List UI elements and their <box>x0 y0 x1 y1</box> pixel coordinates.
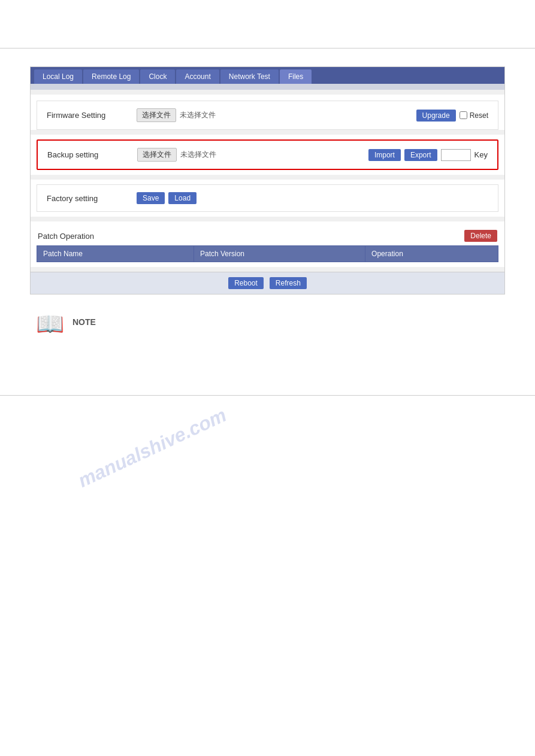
note-section: 📖 NOTE <box>30 312 505 335</box>
main-panel: Local Log Remote Log Clock Account Netwo… <box>30 66 505 294</box>
spacer-1 <box>31 90 504 95</box>
patch-col-version: Patch Version <box>194 246 365 262</box>
firmware-upgrade-btn[interactable]: Upgrade <box>416 110 456 122</box>
patch-wrapper: Patch Operation Delete Patch Name Patch … <box>31 221 504 267</box>
backup-export-btn[interactable]: Export <box>404 149 437 161</box>
firmware-file-placeholder: 未选择文件 <box>180 110 216 120</box>
firmware-row: Firmware Setting 选择文件 未选择文件 Upgrade Rese… <box>37 101 498 130</box>
backup-key-input[interactable] <box>441 149 471 161</box>
factory-wrapper: Factory setting Save Load <box>31 180 504 217</box>
firmware-file-btn[interactable]: 选择文件 <box>137 108 176 122</box>
backup-file-placeholder: 未选择文件 <box>180 150 216 160</box>
tab-remote-log[interactable]: Remote Log <box>83 69 139 84</box>
patch-header-row: Patch Operation Delete <box>37 226 498 245</box>
refresh-btn[interactable]: Refresh <box>270 277 307 289</box>
factory-label: Factory setting <box>47 194 131 203</box>
tab-local-log[interactable]: Local Log <box>34 69 82 84</box>
tab-network-test[interactable]: Network Test <box>220 69 279 84</box>
tab-files[interactable]: Files <box>280 69 312 84</box>
patch-table-header: Patch Name Patch Version Operation <box>37 246 498 262</box>
factory-load-btn[interactable]: Load <box>168 192 197 204</box>
backup-import-btn[interactable]: Import <box>368 149 401 161</box>
factory-row: Factory setting Save Load <box>37 184 498 212</box>
tab-sub-bar <box>31 84 504 90</box>
factory-save-btn[interactable]: Save <box>137 192 165 204</box>
spacer-5 <box>31 267 504 272</box>
backup-key-label: Key <box>474 150 488 159</box>
note-book-icon: 📖 <box>36 312 64 335</box>
backup-row: Backup setting 选择文件 未选择文件 Import Export … <box>37 139 498 170</box>
firmware-reset-group: Reset <box>460 111 488 120</box>
patch-table: Patch Name Patch Version Operation <box>37 245 498 262</box>
backup-file-btn[interactable]: 选择文件 <box>137 148 177 162</box>
backup-controls: 选择文件 未选择文件 Import Export Key <box>137 148 488 162</box>
tab-clock[interactable]: Clock <box>140 69 175 84</box>
tab-account[interactable]: Account <box>176 69 219 84</box>
bottom-action-row: Reboot Refresh <box>31 272 504 294</box>
patch-delete-btn[interactable]: Delete <box>464 230 497 242</box>
factory-controls: Save Load <box>137 192 488 204</box>
firmware-label: Firmware Setting <box>47 111 131 120</box>
bottom-divider <box>0 395 535 396</box>
firmware-wrapper: Firmware Setting 选择文件 未选择文件 Upgrade Rese… <box>31 95 504 130</box>
spacer-4 <box>31 217 504 221</box>
patch-col-operation: Operation <box>365 246 498 262</box>
patch-col-name: Patch Name <box>37 246 194 262</box>
reboot-btn[interactable]: Reboot <box>228 277 264 289</box>
spacer-2 <box>31 130 504 135</box>
firmware-reset-checkbox[interactable] <box>460 111 467 119</box>
firmware-reset-label: Reset <box>470 111 488 120</box>
note-label: NOTE <box>72 317 96 327</box>
spacer-3 <box>31 175 504 180</box>
backup-label: Backup setting <box>47 150 131 159</box>
tab-bar: Local Log Remote Log Clock Account Netwo… <box>31 67 504 84</box>
firmware-controls: 选择文件 未选择文件 Upgrade Reset <box>137 108 488 122</box>
watermark: manualshive.com <box>75 404 230 492</box>
patch-title: Patch Operation <box>38 232 94 241</box>
